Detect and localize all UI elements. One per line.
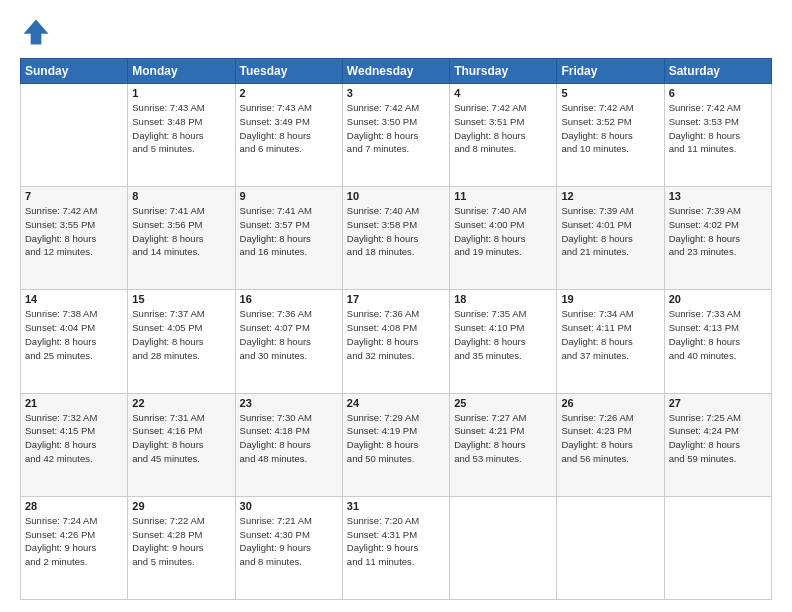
day-number: 14 — [25, 293, 123, 305]
calendar-cell: 16Sunrise: 7:36 AM Sunset: 4:07 PM Dayli… — [235, 290, 342, 393]
day-number: 23 — [240, 397, 338, 409]
day-number: 5 — [561, 87, 659, 99]
calendar-cell: 28Sunrise: 7:24 AM Sunset: 4:26 PM Dayli… — [21, 496, 128, 599]
day-number: 17 — [347, 293, 445, 305]
calendar-day-header: Saturday — [664, 59, 771, 84]
day-number: 16 — [240, 293, 338, 305]
calendar-cell: 6Sunrise: 7:42 AM Sunset: 3:53 PM Daylig… — [664, 84, 771, 187]
calendar-cell: 29Sunrise: 7:22 AM Sunset: 4:28 PM Dayli… — [128, 496, 235, 599]
calendar-cell: 30Sunrise: 7:21 AM Sunset: 4:30 PM Dayli… — [235, 496, 342, 599]
calendar-cell: 14Sunrise: 7:38 AM Sunset: 4:04 PM Dayli… — [21, 290, 128, 393]
day-info: Sunrise: 7:43 AM Sunset: 3:48 PM Dayligh… — [132, 101, 230, 156]
calendar-cell — [557, 496, 664, 599]
page: SundayMondayTuesdayWednesdayThursdayFrid… — [0, 0, 792, 612]
day-number: 13 — [669, 190, 767, 202]
calendar-cell: 18Sunrise: 7:35 AM Sunset: 4:10 PM Dayli… — [450, 290, 557, 393]
calendar-cell: 9Sunrise: 7:41 AM Sunset: 3:57 PM Daylig… — [235, 187, 342, 290]
day-number: 21 — [25, 397, 123, 409]
day-info: Sunrise: 7:37 AM Sunset: 4:05 PM Dayligh… — [132, 307, 230, 362]
calendar-table: SundayMondayTuesdayWednesdayThursdayFrid… — [20, 58, 772, 600]
calendar-cell: 4Sunrise: 7:42 AM Sunset: 3:51 PM Daylig… — [450, 84, 557, 187]
calendar-cell — [664, 496, 771, 599]
day-info: Sunrise: 7:41 AM Sunset: 3:57 PM Dayligh… — [240, 204, 338, 259]
calendar-cell: 24Sunrise: 7:29 AM Sunset: 4:19 PM Dayli… — [342, 393, 449, 496]
day-number: 22 — [132, 397, 230, 409]
day-info: Sunrise: 7:34 AM Sunset: 4:11 PM Dayligh… — [561, 307, 659, 362]
day-number: 30 — [240, 500, 338, 512]
calendar-cell: 23Sunrise: 7:30 AM Sunset: 4:18 PM Dayli… — [235, 393, 342, 496]
calendar-cell: 15Sunrise: 7:37 AM Sunset: 4:05 PM Dayli… — [128, 290, 235, 393]
day-info: Sunrise: 7:35 AM Sunset: 4:10 PM Dayligh… — [454, 307, 552, 362]
day-info: Sunrise: 7:43 AM Sunset: 3:49 PM Dayligh… — [240, 101, 338, 156]
day-info: Sunrise: 7:22 AM Sunset: 4:28 PM Dayligh… — [132, 514, 230, 569]
day-info: Sunrise: 7:42 AM Sunset: 3:52 PM Dayligh… — [561, 101, 659, 156]
day-info: Sunrise: 7:30 AM Sunset: 4:18 PM Dayligh… — [240, 411, 338, 466]
calendar-cell: 21Sunrise: 7:32 AM Sunset: 4:15 PM Dayli… — [21, 393, 128, 496]
day-info: Sunrise: 7:29 AM Sunset: 4:19 PM Dayligh… — [347, 411, 445, 466]
calendar-cell: 25Sunrise: 7:27 AM Sunset: 4:21 PM Dayli… — [450, 393, 557, 496]
day-number: 29 — [132, 500, 230, 512]
calendar-day-header: Wednesday — [342, 59, 449, 84]
day-number: 26 — [561, 397, 659, 409]
calendar-day-header: Monday — [128, 59, 235, 84]
calendar-cell: 7Sunrise: 7:42 AM Sunset: 3:55 PM Daylig… — [21, 187, 128, 290]
day-number: 10 — [347, 190, 445, 202]
day-info: Sunrise: 7:20 AM Sunset: 4:31 PM Dayligh… — [347, 514, 445, 569]
calendar-cell: 10Sunrise: 7:40 AM Sunset: 3:58 PM Dayli… — [342, 187, 449, 290]
calendar-cell: 20Sunrise: 7:33 AM Sunset: 4:13 PM Dayli… — [664, 290, 771, 393]
day-info: Sunrise: 7:39 AM Sunset: 4:01 PM Dayligh… — [561, 204, 659, 259]
day-info: Sunrise: 7:32 AM Sunset: 4:15 PM Dayligh… — [25, 411, 123, 466]
calendar-cell: 5Sunrise: 7:42 AM Sunset: 3:52 PM Daylig… — [557, 84, 664, 187]
calendar-day-header: Thursday — [450, 59, 557, 84]
day-number: 15 — [132, 293, 230, 305]
day-info: Sunrise: 7:40 AM Sunset: 4:00 PM Dayligh… — [454, 204, 552, 259]
day-info: Sunrise: 7:31 AM Sunset: 4:16 PM Dayligh… — [132, 411, 230, 466]
day-info: Sunrise: 7:24 AM Sunset: 4:26 PM Dayligh… — [25, 514, 123, 569]
calendar-cell: 11Sunrise: 7:40 AM Sunset: 4:00 PM Dayli… — [450, 187, 557, 290]
day-info: Sunrise: 7:38 AM Sunset: 4:04 PM Dayligh… — [25, 307, 123, 362]
day-number: 3 — [347, 87, 445, 99]
day-number: 31 — [347, 500, 445, 512]
day-number: 2 — [240, 87, 338, 99]
day-number: 8 — [132, 190, 230, 202]
calendar-day-header: Tuesday — [235, 59, 342, 84]
calendar-cell: 13Sunrise: 7:39 AM Sunset: 4:02 PM Dayli… — [664, 187, 771, 290]
day-number: 18 — [454, 293, 552, 305]
day-number: 12 — [561, 190, 659, 202]
day-info: Sunrise: 7:33 AM Sunset: 4:13 PM Dayligh… — [669, 307, 767, 362]
day-info: Sunrise: 7:42 AM Sunset: 3:55 PM Dayligh… — [25, 204, 123, 259]
day-number: 28 — [25, 500, 123, 512]
calendar-cell: 17Sunrise: 7:36 AM Sunset: 4:08 PM Dayli… — [342, 290, 449, 393]
day-number: 19 — [561, 293, 659, 305]
calendar-cell: 8Sunrise: 7:41 AM Sunset: 3:56 PM Daylig… — [128, 187, 235, 290]
calendar-cell: 1Sunrise: 7:43 AM Sunset: 3:48 PM Daylig… — [128, 84, 235, 187]
day-number: 11 — [454, 190, 552, 202]
day-info: Sunrise: 7:40 AM Sunset: 3:58 PM Dayligh… — [347, 204, 445, 259]
calendar-cell: 31Sunrise: 7:20 AM Sunset: 4:31 PM Dayli… — [342, 496, 449, 599]
calendar-week-row: 14Sunrise: 7:38 AM Sunset: 4:04 PM Dayli… — [21, 290, 772, 393]
calendar-cell: 3Sunrise: 7:42 AM Sunset: 3:50 PM Daylig… — [342, 84, 449, 187]
calendar-cell: 2Sunrise: 7:43 AM Sunset: 3:49 PM Daylig… — [235, 84, 342, 187]
logo-icon — [20, 16, 52, 48]
calendar-day-header: Sunday — [21, 59, 128, 84]
calendar-header-row: SundayMondayTuesdayWednesdayThursdayFrid… — [21, 59, 772, 84]
day-info: Sunrise: 7:27 AM Sunset: 4:21 PM Dayligh… — [454, 411, 552, 466]
calendar-day-header: Friday — [557, 59, 664, 84]
day-number: 24 — [347, 397, 445, 409]
day-info: Sunrise: 7:26 AM Sunset: 4:23 PM Dayligh… — [561, 411, 659, 466]
calendar-cell: 22Sunrise: 7:31 AM Sunset: 4:16 PM Dayli… — [128, 393, 235, 496]
calendar-cell: 19Sunrise: 7:34 AM Sunset: 4:11 PM Dayli… — [557, 290, 664, 393]
day-info: Sunrise: 7:21 AM Sunset: 4:30 PM Dayligh… — [240, 514, 338, 569]
calendar-week-row: 21Sunrise: 7:32 AM Sunset: 4:15 PM Dayli… — [21, 393, 772, 496]
day-number: 1 — [132, 87, 230, 99]
day-number: 9 — [240, 190, 338, 202]
calendar-week-row: 1Sunrise: 7:43 AM Sunset: 3:48 PM Daylig… — [21, 84, 772, 187]
calendar-cell: 26Sunrise: 7:26 AM Sunset: 4:23 PM Dayli… — [557, 393, 664, 496]
day-info: Sunrise: 7:42 AM Sunset: 3:53 PM Dayligh… — [669, 101, 767, 156]
day-number: 27 — [669, 397, 767, 409]
header — [20, 16, 772, 48]
day-info: Sunrise: 7:42 AM Sunset: 3:51 PM Dayligh… — [454, 101, 552, 156]
day-number: 4 — [454, 87, 552, 99]
logo — [20, 16, 56, 48]
calendar-cell: 12Sunrise: 7:39 AM Sunset: 4:01 PM Dayli… — [557, 187, 664, 290]
